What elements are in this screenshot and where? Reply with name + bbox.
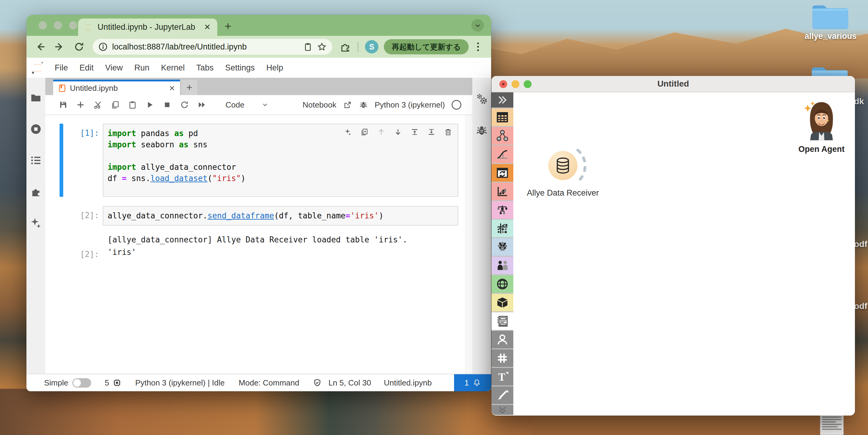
insert-cell-above-icon[interactable] [411, 128, 419, 136]
open-agent-label[interactable]: Open Agent [795, 144, 848, 154]
cut-cells-button[interactable] [93, 100, 102, 109]
desktop-folder-allye-various[interactable] [812, 2, 848, 29]
table-tool-button[interactable] [491, 108, 513, 126]
reload-button[interactable] [73, 41, 85, 53]
site-info-icon[interactable] [98, 42, 108, 52]
clipboard-icon[interactable] [303, 42, 313, 52]
allye-canvas[interactable]: Allye Data Receiver [513, 92, 855, 415]
table-of-contents-icon[interactable] [30, 154, 42, 166]
text-tool-tool-button[interactable]: T [491, 368, 513, 386]
url-text[interactable]: localhost:8887/lab/tree/Untitled.ipynb [112, 42, 299, 52]
menu-edit[interactable]: Edit [74, 63, 100, 73]
browser-menu-icon[interactable] [473, 41, 483, 53]
cell-1-code[interactable]: import pandas as pdimport seaborn as sns… [107, 128, 455, 184]
tab-search-button[interactable] [471, 19, 484, 32]
restart-update-button[interactable]: 再起動して更新する [384, 39, 469, 55]
cursor-position-text[interactable]: Ln 5, Col 30 [329, 378, 371, 388]
draw-arrow-tool-button[interactable] [491, 387, 513, 404]
forward-button[interactable] [54, 41, 65, 53]
menu-settings[interactable]: Settings [219, 63, 261, 73]
sigmoid-tool-button[interactable] [491, 145, 513, 163]
people-tool-button[interactable] [491, 257, 513, 274]
kernel-name[interactable]: Python 3 (ipykernel) [375, 100, 445, 110]
duplicate-cell-icon[interactable] [361, 128, 369, 136]
menu-view[interactable]: View [99, 63, 129, 73]
simple-mode-toggle[interactable] [72, 378, 91, 388]
desktop-folder-label[interactable]: allye_various [802, 32, 859, 41]
extensions-icon[interactable] [339, 41, 351, 53]
scatter-tool-button[interactable] [491, 182, 513, 200]
notifications-badge[interactable]: 1 [454, 374, 491, 391]
desktop-item-label-truncated[interactable]: dk [854, 97, 868, 106]
data-receiver-node[interactable] [548, 151, 578, 180]
expand-sidebar-button[interactable] [491, 92, 513, 107]
code-cell-2[interactable]: [2]: allye_data_connector.send_dataframe… [45, 206, 472, 226]
menu-kernel[interactable]: Kernel [155, 63, 191, 73]
run-cell-button[interactable] [145, 100, 154, 109]
desktop-item-label-truncated[interactable]: odf [854, 301, 868, 311]
profile-avatar[interactable]: S [365, 40, 378, 54]
open-agent[interactable]: Open Agent [795, 100, 848, 154]
cell-1-editor[interactable]: import pandas as pdimport seaborn as sns… [103, 124, 458, 197]
kernel-session-count[interactable]: 5 [104, 378, 109, 388]
tab-close-icon[interactable]: ✕ [169, 84, 175, 93]
zoom-window-button[interactable] [524, 80, 532, 88]
debugger-sidebar-icon[interactable] [475, 124, 488, 137]
terminal-chip-icon[interactable] [113, 378, 121, 387]
move-cell-up-icon[interactable] [377, 128, 385, 136]
new-launcher-button[interactable]: + [181, 79, 197, 95]
interrupt-kernel-button[interactable] [163, 100, 172, 109]
copy-cells-button[interactable] [111, 100, 120, 109]
extension-manager-icon[interactable] [30, 186, 42, 198]
cell-2-editor[interactable]: allye_data_connector.send_dataframe(df, … [103, 206, 458, 226]
kernel-status-text[interactable]: Python 3 (ipykernel) | Idle [135, 378, 225, 388]
running-kernels-icon[interactable] [30, 123, 42, 135]
ai-sparkles-icon[interactable] [30, 217, 42, 229]
cell-type-dropdown[interactable]: Code [225, 100, 269, 110]
new-tab-button[interactable]: + [225, 20, 231, 33]
person-tool-button[interactable] [491, 331, 513, 348]
property-inspector-gears-icon[interactable] [475, 93, 488, 106]
menu-help[interactable]: Help [260, 63, 289, 73]
close-window-button[interactable] [499, 80, 507, 88]
hash-tool-button[interactable] [491, 349, 513, 367]
minimize-window-button[interactable] [512, 80, 519, 88]
notebook-mode-label[interactable]: Notebook [302, 100, 336, 110]
ai-sparkle-icon[interactable] [344, 128, 352, 136]
matrix-tool-button[interactable] [491, 220, 513, 237]
cell-2-code[interactable]: allye_data_connector.send_dataframe(df, … [107, 210, 455, 222]
code-cell-1[interactable]: [1]: import pandas as pdimport seaborn a… [45, 124, 472, 197]
insert-cell-button[interactable] [76, 100, 85, 109]
zoom-window-button[interactable] [69, 21, 77, 30]
file-browser-icon[interactable] [30, 92, 42, 104]
bookmark-star-icon[interactable] [317, 42, 327, 52]
tree-tool-button[interactable] [491, 201, 513, 219]
desktop-item-label-truncated[interactable]: odf [854, 239, 868, 249]
double-chevron-down-icon[interactable] [497, 405, 507, 415]
restart-kernel-button[interactable] [180, 100, 189, 109]
paste-cells-button[interactable] [128, 100, 137, 109]
menu-tabs[interactable]: Tabs [191, 63, 219, 73]
restart-run-all-button[interactable] [197, 100, 206, 109]
save-button[interactable] [59, 100, 68, 109]
back-button[interactable] [34, 41, 46, 53]
sync-window-tool-button[interactable] [491, 164, 513, 182]
globe-tool-button[interactable] [491, 275, 513, 293]
minimize-window-button[interactable] [54, 21, 62, 30]
cluster-tool-button[interactable] [491, 238, 513, 256]
notebook-scrollbar[interactable] [465, 115, 472, 374]
external-link-icon[interactable] [343, 100, 352, 109]
insert-cell-below-icon[interactable] [427, 128, 436, 136]
address-bar[interactable]: localhost:8887/lab/tree/Untitled.ipynb [93, 39, 332, 55]
cube-tool-button[interactable] [491, 294, 513, 311]
close-window-button[interactable] [39, 21, 47, 30]
menu-file[interactable]: File [49, 63, 74, 73]
delete-cell-icon[interactable] [444, 128, 452, 136]
data-receiver-label[interactable]: Allye Data Receiver [522, 188, 604, 198]
notebook-tab[interactable]: Untitled.ipynb ✕ [53, 79, 180, 95]
status-filename[interactable]: Untitled.ipynb [384, 378, 432, 388]
report-tool-button[interactable] [491, 312, 513, 330]
kernel-status-icon[interactable] [452, 100, 461, 110]
browser-tab[interactable]: Untitled.ipynb - JupyterLab ✕ [78, 19, 217, 36]
move-cell-down-icon[interactable] [394, 128, 402, 136]
